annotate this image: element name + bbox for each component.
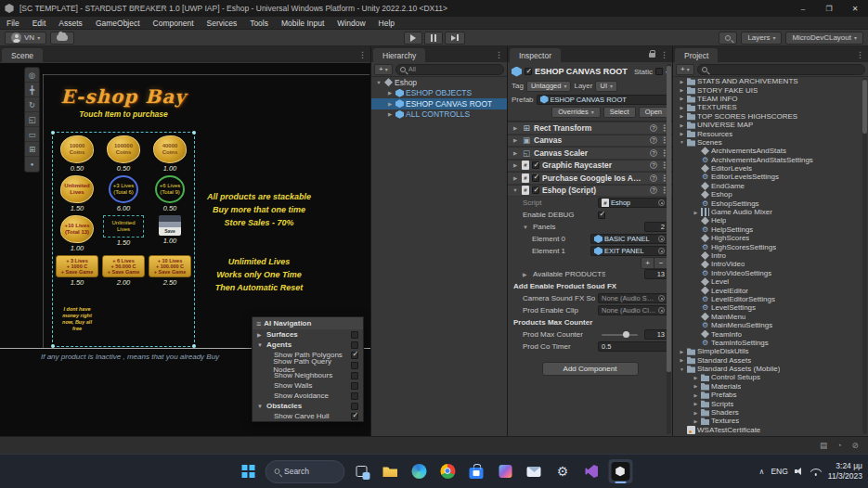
project-item[interactable]: LevelEditorSettings (673, 295, 868, 303)
help-icon[interactable] (650, 136, 657, 144)
project-search-input[interactable] (710, 65, 861, 73)
menu-item[interactable]: Edit (26, 17, 53, 29)
taskbar-app[interactable] (551, 459, 575, 483)
hierarchy-item[interactable]: ▶ ALL CONTROLLS (371, 109, 507, 121)
scene-tool-button[interactable] (25, 112, 39, 127)
ai-navigation-row[interactable]: Show Avoidance (253, 391, 363, 401)
shop-product[interactable]: Save 1.00 (159, 215, 181, 252)
product-button[interactable]: + 3 Lives + 1000 C + Save Game (56, 255, 98, 277)
panel-menu-icon[interactable] (495, 50, 503, 59)
active-checkbox[interactable] (525, 68, 532, 75)
project-item[interactable]: ArchivementsAndStatsSettings (673, 156, 868, 164)
start-button[interactable] (236, 459, 260, 483)
account-dropdown[interactable]: VN (5, 32, 46, 45)
project-item[interactable]: ▶ Textures (673, 417, 868, 425)
ai-navigation-checkbox[interactable] (351, 362, 358, 369)
tag-dropdown[interactable]: Untagged (526, 81, 572, 92)
minimize-button[interactable]: – (790, 0, 816, 17)
panel-menu-icon[interactable] (856, 50, 864, 59)
shop-product[interactable]: 10000 Coins 0.50 (60, 135, 94, 173)
search-button[interactable] (719, 32, 737, 45)
foldout-arrow-icon[interactable]: ▶ (386, 90, 394, 96)
create-object-button[interactable]: + (374, 64, 393, 75)
shop-product[interactable]: + 6 Lives + 50.000 C + Save Game 2.00 (102, 255, 145, 287)
object-picker-icon[interactable] (658, 236, 665, 242)
help-icon[interactable] (650, 161, 657, 169)
foldout-arrow-icon[interactable]: ▼ (512, 187, 519, 193)
component-header[interactable]: ▶ Graphic Raycaster (508, 160, 672, 173)
project-item[interactable]: EshopSettings (673, 199, 868, 207)
foldout-arrow-icon[interactable]: ▶ (386, 111, 394, 117)
gameobject-name[interactable]: ESHOP CANVAS ROOT (535, 67, 631, 76)
language-button[interactable]: ENG (771, 467, 787, 476)
selection-handle[interactable] (192, 344, 196, 348)
project-item[interactable]: ▶ Standard Assets (673, 356, 868, 365)
element-object-field[interactable]: BASIC PANEL (590, 234, 668, 244)
component-header[interactable]: ▶ Canvas (508, 135, 672, 148)
product-button[interactable]: +3 Lives (Total 6) (109, 175, 138, 203)
taskbar-app[interactable] (435, 459, 460, 483)
foldout-arrow-icon[interactable]: ▶ (693, 401, 699, 406)
script-object-field[interactable]: Eshop (598, 198, 668, 208)
hierarchy-item[interactable]: ▼ Eshop (371, 77, 507, 88)
project-item[interactable]: MainMenuSettings (673, 321, 868, 329)
project-item[interactable]: IntroVideoSettings (673, 269, 868, 277)
foldout-arrow-icon[interactable]: ▶ (693, 410, 699, 416)
component-enabled-checkbox[interactable] (532, 174, 539, 182)
project-item[interactable]: ▶ SimpleDiskUtils (673, 347, 868, 355)
prefab-object-field[interactable]: ESHOP CANVAS ROOT (537, 95, 668, 105)
taskbar-app[interactable] (522, 459, 546, 483)
panels-size-field[interactable]: 2 (644, 222, 668, 232)
slider-thumb[interactable] (623, 331, 629, 338)
scene-tool-button[interactable] (25, 97, 39, 112)
foldout-arrow-icon[interactable]: ▼ (523, 225, 530, 230)
product-button[interactable]: +6 Lives (Total 9) (155, 175, 185, 203)
inspector-scrollbar[interactable] (667, 64, 671, 434)
menu-item[interactable]: Component (147, 17, 201, 29)
ai-navigation-checkbox[interactable] (351, 392, 358, 400)
tab-hierarchy[interactable]: Hierarchy (373, 48, 425, 62)
add-element-button[interactable]: + (641, 258, 654, 268)
project-item[interactable]: TeamInfo (673, 329, 868, 338)
project-item[interactable]: HighScoresSettings (673, 242, 868, 250)
object-picker-icon[interactable] (658, 199, 665, 206)
overrides-button[interactable]: Overrides (551, 107, 601, 118)
scrollbar-thumb[interactable] (667, 66, 671, 372)
product-button[interactable]: Save (159, 215, 181, 236)
product-button[interactable]: +10 Lives (Total 13) (60, 215, 94, 243)
shop-product[interactable]: 100000 Coins 0.50 (107, 135, 140, 173)
volume-icon[interactable] (795, 468, 804, 476)
project-item[interactable]: ArchivementsAndStats (673, 147, 868, 155)
selection-handle[interactable] (51, 131, 55, 135)
foldout-arrow-icon[interactable]: ▶ (386, 101, 394, 107)
foldout-arrow-icon[interactable]: ▶ (679, 131, 685, 136)
menu-item[interactable]: GameObject (89, 17, 147, 29)
foldout-arrow-icon[interactable]: ▶ (693, 210, 699, 215)
object-picker-icon[interactable] (658, 248, 665, 254)
project-item[interactable]: HighScores (673, 234, 868, 242)
help-icon[interactable] (650, 124, 657, 132)
menu-item[interactable]: Tools (243, 17, 275, 29)
menu-item[interactable]: Mobile Input (275, 17, 330, 29)
scrollbar-thumb[interactable] (862, 80, 867, 134)
foldout-arrow-icon[interactable]: ▶ (693, 418, 699, 424)
foldout-arrow-icon[interactable]: ▶ (523, 271, 530, 277)
clock[interactable]: 3:24 μμ 11/3/2023 (828, 461, 862, 482)
status-icon[interactable] (819, 441, 828, 450)
ai-navigation-checkbox[interactable] (351, 341, 358, 349)
menu-item[interactable]: Help (372, 17, 401, 29)
foldout-arrow-icon[interactable]: ▶ (679, 357, 685, 363)
available-products-row[interactable]: ▶ Available PRODUCTS 13 (508, 268, 672, 280)
ai-navigation-checkbox[interactable] (351, 382, 358, 390)
ai-navigation-checkbox[interactable] (351, 372, 358, 379)
component-header[interactable]: ▶ Rect Transform (508, 122, 672, 135)
component-header[interactable]: ▼ Eshop (Script) (508, 185, 672, 198)
foldout-arrow-icon[interactable]: ▼ (375, 80, 382, 85)
cloud-button[interactable] (50, 32, 74, 45)
step-button[interactable] (445, 32, 465, 45)
foldout-arrow-icon[interactable]: ▶ (512, 175, 519, 181)
menu-item[interactable]: Services (201, 17, 244, 29)
open-button[interactable]: Open (639, 107, 668, 118)
project-item[interactable]: LevelSettings (673, 303, 868, 312)
taskbar-app[interactable] (493, 459, 517, 483)
